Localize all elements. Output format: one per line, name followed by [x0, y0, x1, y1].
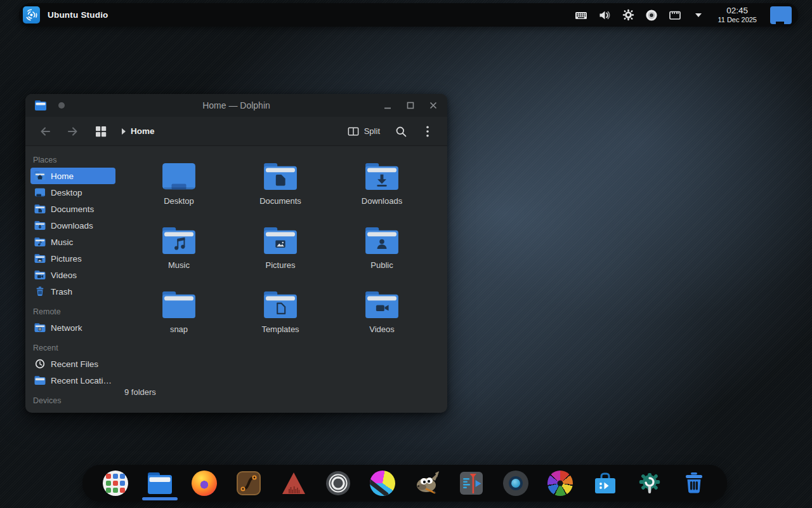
file-label: Pictures: [266, 260, 296, 270]
sidebar-item-desktop[interactable]: Desktop: [30, 184, 115, 201]
split-view-button[interactable]: Split: [342, 123, 385, 140]
view-mode-grid-button[interactable]: [90, 121, 112, 142]
ubuntu-studio-logo-icon[interactable]: [23, 6, 40, 23]
file-item-downloads[interactable]: Downloads: [331, 160, 433, 224]
sidebar-item-trash[interactable]: Trash: [30, 283, 115, 300]
file-item-templates[interactable]: Templates: [230, 288, 331, 352]
file-label: Templates: [261, 324, 299, 334]
sidebar-item-home[interactable]: Home: [30, 168, 115, 184]
breadcrumb-home[interactable]: Home: [131, 126, 155, 136]
sidebar-item-recent-locations[interactable]: Recent Locati…: [30, 372, 115, 389]
network-folder-icon: [34, 323, 46, 333]
panel-app-menu-label[interactable]: Ubuntu Studio: [48, 10, 108, 20]
wired-network-icon[interactable]: [668, 8, 682, 22]
dolphin-file-manager-icon: [147, 471, 173, 495]
file-item-videos[interactable]: Videos: [331, 288, 433, 352]
downloads-folder-icon: [363, 161, 400, 192]
dolphin-window: Home — Dolphin Home: [25, 94, 447, 413]
tray-expand-chevron-icon[interactable]: [691, 8, 705, 22]
dock-obs-studio[interactable]: [324, 465, 352, 502]
dock-trash[interactable]: [680, 465, 708, 502]
trash-icon: [681, 471, 707, 496]
sidebar-item-downloads[interactable]: Downloads: [30, 217, 115, 234]
dock-gimp[interactable]: [413, 465, 441, 502]
virtual-desktop-pager[interactable]: [770, 6, 792, 24]
file-label: Music: [168, 260, 190, 270]
dock-ardour[interactable]: [280, 465, 308, 502]
dock-app-launcher[interactable]: [102, 465, 129, 502]
close-button[interactable]: [428, 100, 438, 110]
split-view-icon: [347, 126, 360, 137]
ubuntustudio-installer-icon: [593, 471, 618, 496]
sidebar-label: Documents: [51, 204, 94, 214]
home-folder-icon: [34, 171, 46, 181]
templates-folder-icon: [262, 290, 299, 320]
section-header-devices[interactable]: Devices: [30, 392, 115, 408]
plain-folder-icon: [160, 290, 197, 320]
breadcrumb[interactable]: Home: [121, 126, 155, 136]
dock-kdenlive[interactable]: [457, 465, 485, 502]
sidebar-label: Network: [51, 323, 82, 333]
window-titlebar[interactable]: Home — Dolphin: [25, 94, 447, 117]
forward-button[interactable]: [62, 121, 84, 142]
back-button[interactable]: [34, 121, 56, 142]
sidebar-item-documents[interactable]: Documents: [30, 201, 115, 217]
record-disc-icon[interactable]: [645, 8, 658, 22]
sidebar-item-pictures[interactable]: Pictures: [30, 250, 115, 267]
music-folder-icon: [34, 237, 46, 247]
sidebar-label: Trash: [51, 287, 72, 297]
sidebar-item-network[interactable]: Network: [30, 319, 115, 336]
sidebar-item-videos[interactable]: Videos: [30, 267, 115, 283]
settings-gear-icon[interactable]: [621, 8, 635, 22]
status-bar-text: 9 folders: [124, 387, 156, 397]
gimp-icon: [414, 471, 440, 496]
dock-carla-patchbay[interactable]: [235, 465, 263, 502]
dock-studio-controls[interactable]: [636, 465, 664, 502]
dock-dolphin-file-manager[interactable]: [146, 465, 174, 502]
kdenlive-icon: [459, 471, 484, 496]
videos-folder-icon: [363, 290, 400, 320]
volume-icon[interactable]: [598, 8, 612, 22]
sidebar-label: Music: [51, 237, 73, 247]
dock-ubuntustudio-installer[interactable]: [591, 465, 619, 502]
firefox-icon: [192, 471, 217, 496]
file-item-pictures[interactable]: Pictures: [230, 224, 331, 288]
file-view: Desktop Documents Downloads: [121, 147, 447, 413]
maximize-button[interactable]: [405, 100, 416, 110]
keyboard-layout-icon[interactable]: [574, 8, 588, 22]
dock-darktable[interactable]: [546, 465, 574, 502]
dock-kamoso-camera[interactable]: [502, 465, 530, 502]
dock-firefox[interactable]: [190, 465, 218, 502]
videos-folder-icon: [34, 270, 46, 280]
file-item-desktop[interactable]: Desktop: [128, 160, 230, 224]
sidebar-item-recent-files[interactable]: Recent Files: [30, 356, 115, 372]
sidebar-label: Pictures: [51, 254, 82, 264]
sidebar-item-music[interactable]: Music: [30, 234, 115, 250]
search-button[interactable]: [390, 121, 412, 142]
digital-clock[interactable]: 02:45 11 Dec 2025: [717, 6, 757, 23]
hamburger-menu-button[interactable]: [417, 121, 438, 142]
file-item-documents[interactable]: Documents: [230, 160, 331, 224]
clock-date: 11 Dec 2025: [717, 16, 757, 23]
file-item-music[interactable]: Music: [128, 224, 230, 288]
section-header-places[interactable]: Places: [30, 152, 115, 168]
section-header-remote[interactable]: Remote: [30, 304, 115, 319]
file-label: Videos: [369, 324, 395, 334]
top-panel: Ubuntu Studio: [19, 3, 798, 27]
minimize-button[interactable]: [383, 100, 393, 110]
ubuntu-studio-ripple-icon: [25, 8, 38, 22]
app-launcher-icon: [103, 471, 128, 496]
sidebar-label: Videos: [51, 271, 77, 280]
file-grid: Desktop Documents Downloads: [128, 160, 433, 352]
titlebar-status-dot: [58, 102, 65, 109]
sidebar-label: Downloads: [51, 221, 93, 231]
split-label: Split: [364, 126, 380, 136]
public-folder-icon: [363, 225, 400, 256]
desktop-icon: [34, 187, 46, 197]
file-item-public[interactable]: Public: [331, 224, 433, 288]
file-item-snap[interactable]: snap: [128, 288, 230, 352]
dock-krita[interactable]: [369, 465, 396, 502]
section-header-recent[interactable]: Recent: [30, 340, 115, 356]
krita-icon: [370, 471, 395, 496]
file-label: Desktop: [164, 196, 194, 206]
